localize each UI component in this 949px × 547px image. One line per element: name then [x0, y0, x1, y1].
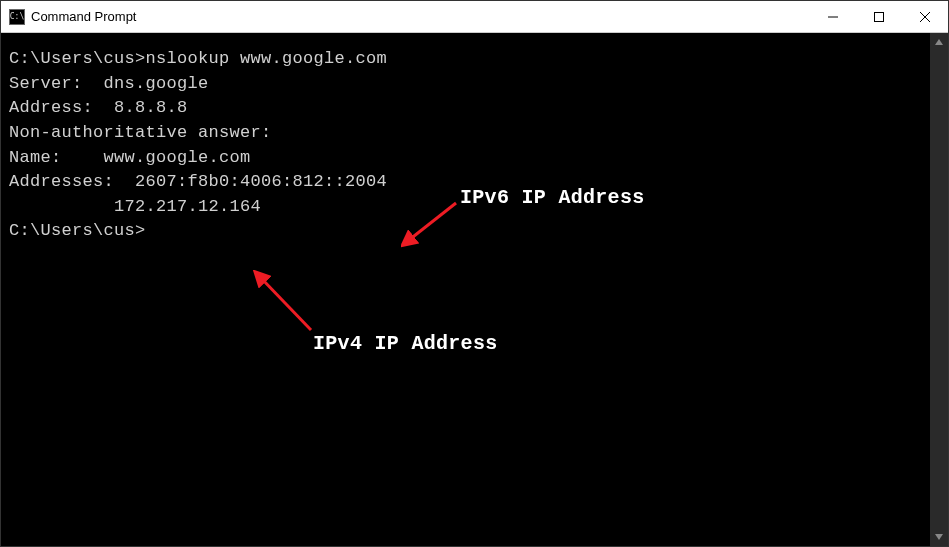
scrollbar-track[interactable]: [930, 51, 948, 528]
minimize-button[interactable]: [810, 1, 856, 32]
window-title: Command Prompt: [31, 9, 136, 24]
scrollbar-up-arrow-icon[interactable]: [930, 33, 948, 51]
command-prompt-icon: C:\: [9, 9, 25, 25]
annotation-ipv6-label: IPv6 IP Address: [460, 183, 645, 212]
output-name: Name: www.google.com: [9, 146, 922, 171]
output-address: Address: 8.8.8.8: [9, 96, 922, 121]
command-text: nslookup www.google.com: [146, 49, 388, 68]
output-nonauth: Non-authoritative answer:: [9, 121, 922, 146]
scrollbar-down-arrow-icon[interactable]: [930, 528, 948, 546]
vertical-scrollbar[interactable]: [930, 33, 948, 546]
prompt: C:\Users\cus>: [9, 49, 146, 68]
prompt: C:\Users\cus>: [9, 221, 146, 240]
title-bar[interactable]: C:\ Command Prompt: [1, 1, 948, 33]
arrow-ipv4-icon: [251, 270, 321, 335]
window-controls: [810, 1, 948, 32]
svg-line-5: [261, 278, 311, 330]
terminal-content[interactable]: C:\Users\cus>nslookup www.google.comServ…: [1, 33, 930, 546]
svg-rect-1: [875, 12, 884, 21]
terminal-area: C:\Users\cus>nslookup www.google.comServ…: [1, 33, 948, 546]
annotation-ipv4-label: IPv4 IP Address: [313, 329, 498, 358]
maximize-button[interactable]: [856, 1, 902, 32]
close-button[interactable]: [902, 1, 948, 32]
title-bar-left: C:\ Command Prompt: [1, 9, 136, 25]
command-prompt-window: C:\ Command Prompt C:\Users\cus>nslookup…: [0, 0, 949, 547]
output-server: Server: dns.google: [9, 72, 922, 97]
